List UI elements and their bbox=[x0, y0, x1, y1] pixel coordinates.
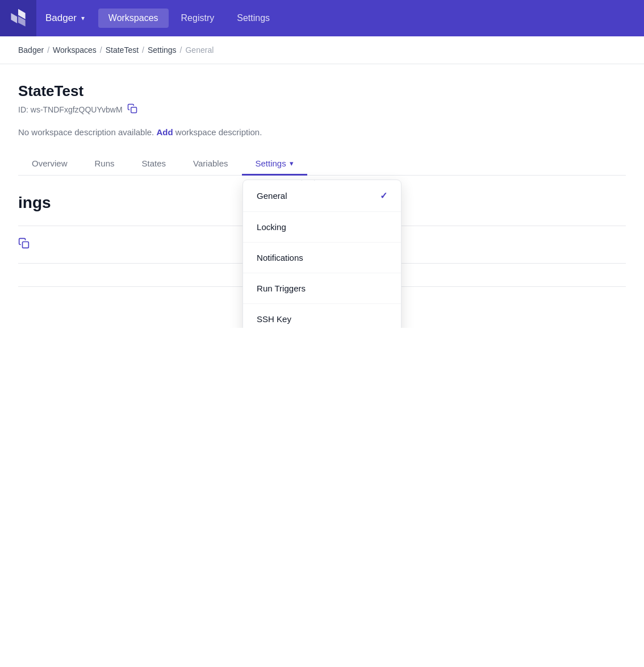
desc-suffix: workspace description. bbox=[175, 127, 262, 137]
svg-rect-4 bbox=[23, 242, 29, 248]
dropdown-item-ssh-key[interactable]: SSH Key bbox=[243, 304, 401, 328]
logo bbox=[0, 0, 36, 36]
nav-workspaces[interactable]: Workspaces bbox=[98, 9, 169, 28]
dropdown-item-locking-label: Locking bbox=[257, 222, 286, 232]
breadcrumb-sep-2: / bbox=[100, 45, 102, 55]
dropdown-item-ssh-key-label: SSH Key bbox=[257, 314, 291, 324]
dropdown-item-notifications-label: Notifications bbox=[257, 253, 303, 262]
desc-prefix: No workspace description available. bbox=[18, 127, 154, 137]
dropdown-item-run-triggers[interactable]: Run Triggers bbox=[243, 273, 401, 304]
settings-chevron-icon: ▾ bbox=[290, 159, 294, 168]
check-icon: ✓ bbox=[380, 190, 387, 201]
breadcrumb-statetest[interactable]: StateTest bbox=[106, 45, 139, 55]
workspace-id-row: ID: ws-TNDFxgfzQQUYvbwM bbox=[18, 103, 626, 116]
breadcrumb-workspaces[interactable]: Workspaces bbox=[53, 45, 97, 55]
org-selector[interactable]: Badger ▾ bbox=[36, 12, 94, 24]
chevron-down-icon: ▾ bbox=[81, 14, 85, 22]
tab-variables[interactable]: Variables bbox=[179, 153, 241, 176]
breadcrumb-badger[interactable]: Badger bbox=[18, 45, 44, 55]
svg-rect-3 bbox=[131, 107, 136, 113]
settings-tab-label: Settings bbox=[256, 159, 286, 168]
settings-tab-wrapper: Settings ▾ General ✓ Locking Notificatio… bbox=[242, 153, 307, 175]
terraform-logo-icon bbox=[8, 8, 28, 28]
nav-settings[interactable]: Settings bbox=[227, 9, 280, 28]
dropdown-item-notifications[interactable]: Notifications bbox=[243, 243, 401, 273]
breadcrumb-sep-4: / bbox=[180, 45, 182, 55]
breadcrumb-sep-1: / bbox=[47, 45, 49, 55]
workspace-title: StateTest bbox=[18, 82, 626, 100]
breadcrumb-general: General bbox=[185, 45, 214, 55]
workspace-tabs: Overview Runs States Variables Settings … bbox=[18, 153, 626, 176]
svg-marker-1 bbox=[11, 13, 17, 23]
add-description-link[interactable]: Add bbox=[156, 127, 173, 137]
nav-registry[interactable]: Registry bbox=[171, 9, 225, 28]
tab-states[interactable]: States bbox=[128, 153, 180, 176]
settings-dropdown-menu: General ✓ Locking Notifications Run Trig… bbox=[242, 180, 402, 328]
settings-copy-icon[interactable] bbox=[18, 237, 30, 252]
dropdown-item-general-label: General bbox=[257, 191, 287, 201]
workspace-description: No workspace description available. Add … bbox=[18, 127, 626, 137]
top-nav: Badger ▾ Workspaces Registry Settings bbox=[0, 0, 644, 36]
dropdown-item-general[interactable]: General ✓ bbox=[243, 180, 401, 212]
dropdown-item-run-triggers-label: Run Triggers bbox=[257, 284, 306, 293]
tab-settings[interactable]: Settings ▾ bbox=[242, 153, 307, 176]
breadcrumb-settings[interactable]: Settings bbox=[148, 45, 177, 55]
breadcrumb: Badger / Workspaces / StateTest / Settin… bbox=[0, 36, 644, 64]
nav-links: Workspaces Registry Settings bbox=[98, 9, 280, 28]
workspace-id-text: ID: ws-TNDFxgfzQQUYvbwM bbox=[18, 105, 123, 114]
tab-runs[interactable]: Runs bbox=[81, 153, 128, 176]
breadcrumb-sep-3: / bbox=[142, 45, 144, 55]
main-content: StateTest ID: ws-TNDFxgfzQQUYvbwM No wor… bbox=[0, 64, 644, 328]
dropdown-item-locking[interactable]: Locking bbox=[243, 212, 401, 243]
tab-overview[interactable]: Overview bbox=[18, 153, 81, 176]
settings-heading-text: ings bbox=[18, 194, 51, 211]
org-name: Badger bbox=[45, 12, 77, 24]
copy-id-icon[interactable] bbox=[127, 103, 137, 116]
